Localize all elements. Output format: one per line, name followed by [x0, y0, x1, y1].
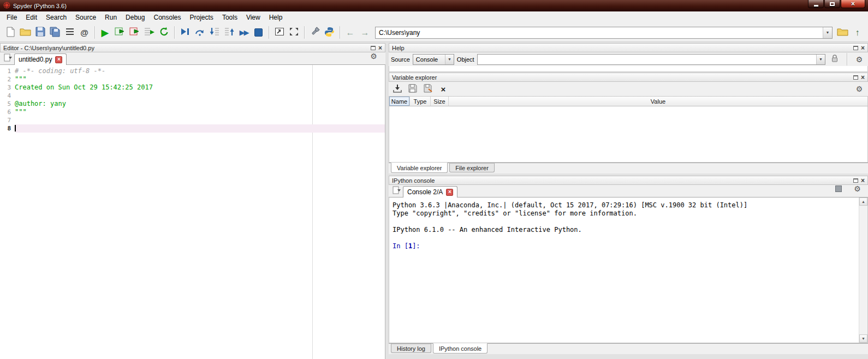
scroll-up-button[interactable]: ▲: [859, 198, 867, 206]
new-file-button[interactable]: [3, 25, 18, 40]
source-dropdown-button[interactable]: ▼: [445, 55, 454, 64]
working-directory-combobox[interactable]: C:\Users\yany ▼: [375, 27, 833, 39]
code-editor[interactable]: 1# -*- coding: utf-8 -*- 2""" 3Created o…: [0, 65, 385, 359]
step-over-button[interactable]: [192, 25, 207, 40]
forward-button[interactable]: →: [358, 25, 372, 40]
variable-explorer-title: Variable explorer: [392, 74, 437, 81]
console-options-button[interactable]: ⚙: [850, 181, 865, 196]
parent-directory-button[interactable]: ↑: [850, 25, 865, 40]
window-controls: ×: [808, 0, 865, 8]
code-text: [15, 124, 16, 133]
interrupt-kernel-button[interactable]: [831, 181, 846, 196]
source-combobox[interactable]: Console ▼: [413, 54, 454, 65]
working-directory-dropdown-button[interactable]: ▼: [823, 27, 832, 38]
minimize-button[interactable]: [808, 0, 824, 8]
preferences-button[interactable]: [307, 25, 322, 40]
open-file-button[interactable]: [18, 25, 33, 40]
column-header-size[interactable]: Size: [431, 97, 449, 106]
undock-icon[interactable]: [853, 75, 858, 80]
lock-icon: [831, 55, 838, 64]
menu-file[interactable]: File: [2, 12, 21, 23]
browse-tabs-button[interactable]: [390, 186, 403, 196]
editor-options-button[interactable]: ⚙: [366, 49, 381, 63]
working-directory-value[interactable]: C:\Users\yany: [376, 29, 823, 37]
code-line: 5@author: yany: [0, 100, 385, 108]
save-all-button[interactable]: [47, 25, 62, 40]
variable-table-body[interactable]: [389, 106, 868, 163]
step-return-button[interactable]: [222, 25, 236, 40]
find-symbols-button[interactable]: @: [77, 25, 92, 40]
code-line: 2""": [0, 75, 385, 83]
column-header-type[interactable]: Type: [410, 97, 431, 106]
save-as-icon: [424, 84, 433, 94]
main-area: Editor - C:\Users\yany\untitled0.py × un…: [0, 42, 868, 359]
variable-explorer-options-button[interactable]: ⚙: [853, 83, 866, 95]
tab-untitled0[interactable]: untitled0.py ×: [14, 53, 67, 65]
menu-edit[interactable]: Edit: [21, 12, 41, 23]
column-header-value[interactable]: Value: [449, 97, 867, 106]
console-output[interactable]: Python 3.6.3 |Anaconda, Inc.| (default, …: [389, 198, 868, 343]
tab-file-explorer[interactable]: File explorer: [449, 163, 495, 172]
console-tab-label: Console 2/A: [407, 188, 443, 196]
continue-button[interactable]: ▶▶: [236, 25, 251, 40]
debug-file-button[interactable]: [177, 25, 192, 40]
menu-help[interactable]: Help: [265, 12, 287, 23]
step-into-button[interactable]: [207, 25, 222, 40]
run-cell-advance-button[interactable]: [127, 25, 142, 40]
save-data-as-button[interactable]: [421, 83, 435, 95]
menu-run[interactable]: Run: [100, 12, 121, 23]
tab-console-2a[interactable]: Console 2/A ×: [403, 186, 457, 198]
console-prompt-line[interactable]: In [1]:: [393, 242, 854, 250]
browse-tabs-button[interactable]: [2, 53, 14, 64]
console-scrollbar[interactable]: ▲ ▼: [859, 198, 867, 343]
object-dropdown-button[interactable]: ▼: [816, 55, 825, 64]
column-header-name[interactable]: Name: [389, 97, 410, 106]
close-panel-icon[interactable]: ×: [861, 45, 865, 51]
remove-variables-button[interactable]: ×: [437, 83, 450, 95]
lock-button[interactable]: [828, 53, 841, 65]
run-selection-button[interactable]: [142, 25, 157, 40]
maximize-button[interactable]: [824, 0, 840, 8]
folder-icon: [837, 27, 848, 38]
text-cursor: [15, 125, 16, 131]
console-panel-titlebar: IPython console ×: [389, 176, 868, 185]
close-button[interactable]: ×: [841, 0, 865, 8]
editor-panel: Editor - C:\Users\yany\untitled0.py × un…: [0, 43, 385, 359]
tab-ipython-console[interactable]: IPython console: [433, 343, 487, 354]
save-button[interactable]: [33, 25, 47, 40]
tab-variable-explorer[interactable]: Variable explorer: [391, 163, 448, 173]
run-file-button[interactable]: ▶: [98, 25, 112, 40]
rerun-button[interactable]: [157, 25, 171, 40]
help-options-button[interactable]: ⚙: [853, 53, 866, 65]
maximize-pane-button[interactable]: [272, 25, 287, 40]
tab-history-log[interactable]: History log: [391, 344, 431, 353]
step-over-icon: [194, 27, 205, 38]
python-logo-icon: [324, 27, 335, 39]
editor-panel-titlebar: Editor - C:\Users\yany\untitled0.py ×: [0, 43, 385, 52]
fullscreen-button[interactable]: [287, 25, 301, 40]
menu-search[interactable]: Search: [41, 12, 71, 23]
menu-source[interactable]: Source: [71, 12, 100, 23]
import-data-button[interactable]: [391, 83, 404, 95]
undock-icon[interactable]: [853, 46, 858, 50]
object-combobox[interactable]: ▼: [477, 54, 825, 65]
close-panel-icon[interactable]: ×: [861, 75, 865, 80]
save-data-button[interactable]: [406, 83, 419, 95]
close-tab-button[interactable]: ×: [446, 189, 453, 196]
close-tab-button[interactable]: ×: [55, 56, 62, 63]
menu-projects[interactable]: Projects: [186, 12, 218, 23]
file-switcher-button[interactable]: [62, 25, 77, 40]
list-icon: [66, 28, 74, 37]
browse-directory-button[interactable]: [835, 25, 850, 40]
console-banner-line: [393, 234, 854, 242]
menu-consoles[interactable]: Consoles: [149, 12, 185, 23]
back-button[interactable]: ←: [343, 25, 358, 40]
run-cell-button[interactable]: [112, 25, 127, 40]
stop-debug-button[interactable]: [251, 25, 266, 40]
menu-tools[interactable]: Tools: [218, 12, 242, 23]
scroll-down-button[interactable]: ▼: [859, 334, 867, 343]
gear-icon: ⚙: [370, 52, 377, 60]
python-path-button[interactable]: [322, 25, 337, 40]
menu-debug[interactable]: Debug: [121, 12, 149, 23]
menu-view[interactable]: View: [242, 12, 265, 23]
